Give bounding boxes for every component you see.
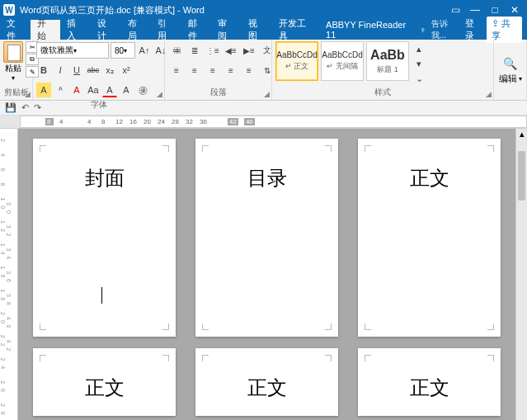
align-center-button[interactable]: ≡ xyxy=(186,63,203,78)
multilevel-button[interactable]: ⋮≡ xyxy=(205,43,221,58)
circle-char-button[interactable]: ㊝ xyxy=(135,83,150,97)
strikethrough-button[interactable]: abc xyxy=(86,63,101,78)
lightbulb-icon: ♀ xyxy=(420,25,426,35)
font-family-select[interactable]: 微软雅黑 ▾ xyxy=(36,42,109,59)
ribbon: 粘贴 ▾ ✂ ⧉ ✎ 剪贴板 ◢ 微软雅黑 ▾ 80 ▾ A↑ A↓ ᴀͫ B … xyxy=(0,40,527,101)
tab-abbyy[interactable]: ABBYY FineReader 11 xyxy=(319,20,419,40)
ribbon-options-button[interactable]: ▭ xyxy=(446,2,464,17)
tab-references[interactable]: 引用 xyxy=(151,20,181,40)
justify-button[interactable]: ≡ xyxy=(223,63,239,78)
distribute-button[interactable]: ≡ xyxy=(241,63,257,78)
pages-viewport[interactable]: 封面 目录 正文 正文 正文 正文 xyxy=(18,129,515,420)
group-label: 样式 xyxy=(275,87,490,100)
horizontal-ruler[interactable]: 8 4 4 8 12 16 20 24 28 32 36 42 46 xyxy=(0,116,527,129)
tab-design[interactable]: 设计 xyxy=(91,20,121,40)
page-content: 正文 xyxy=(410,375,449,401)
styles-expand[interactable]: ⌄ xyxy=(412,71,426,86)
highlight-button[interactable]: A xyxy=(69,83,84,97)
page-content: 封面 xyxy=(85,165,125,191)
tellme-search[interactable]: 告诉我... xyxy=(431,18,460,41)
tab-view[interactable]: 视图 xyxy=(242,20,272,40)
page-content: 正文 xyxy=(85,375,125,401)
increase-indent-button[interactable]: ▶≡ xyxy=(241,43,257,58)
font-size-select[interactable]: 80 ▾ xyxy=(111,42,135,59)
page-content: 正文 xyxy=(247,375,287,401)
document-area: 2 4 6 8 10 12 14 16 18 20 22 24 26 28 30… xyxy=(0,129,527,420)
page-4[interactable]: 正文 xyxy=(33,348,176,416)
style-normal[interactable]: AaBbCcDd ↵ 正文 xyxy=(275,41,318,81)
page-5[interactable]: 正文 xyxy=(195,348,338,416)
grow-font-button[interactable]: A↑ xyxy=(137,43,152,58)
document-title: Word页码从第三页开始.doc [兼容模式] - Word xyxy=(20,4,205,17)
word-icon: W xyxy=(3,4,15,16)
group-editing: 🔍 编辑▾ xyxy=(494,40,527,100)
minimize-button[interactable]: — xyxy=(466,2,484,17)
editing-button[interactable]: 编辑▾ xyxy=(499,73,522,85)
style-heading1[interactable]: AaBb 标题 1 xyxy=(366,41,409,81)
styles-scroll-up[interactable]: ▴ xyxy=(412,41,426,56)
undo-button[interactable]: ↶ xyxy=(21,102,29,113)
group-label: 字体 xyxy=(36,99,161,112)
decrease-indent-button[interactable]: ◀≡ xyxy=(223,43,239,58)
tab-bar: 文件 开始 插入 设计 布局 引用 邮件 审阅 视图 开发工具 ABBYY Fi… xyxy=(0,20,527,40)
tab-home[interactable]: 开始 xyxy=(31,20,61,40)
numbering-button[interactable]: ≣ xyxy=(186,43,203,58)
paste-button[interactable]: 粘贴 ▾ xyxy=(3,41,23,82)
page-3[interactable]: 正文 xyxy=(358,139,501,337)
dialog-launcher-icon[interactable]: ◢ xyxy=(486,90,492,98)
tab-developer[interactable]: 开发工具 xyxy=(272,20,319,40)
text-cursor xyxy=(101,287,102,304)
dialog-launcher-icon[interactable]: ◢ xyxy=(157,90,162,98)
char-border-button[interactable]: A xyxy=(119,83,134,97)
chevron-down-icon: ▾ xyxy=(12,74,15,82)
vertical-ruler[interactable]: 2 4 6 8 10 12 14 16 18 20 22 24 26 28 30… xyxy=(0,129,18,420)
page-6[interactable]: 正文 xyxy=(358,348,501,416)
find-icon[interactable]: 🔍 xyxy=(503,57,517,70)
group-styles: AaBbCcDd ↵ 正文 AaBbCcDd ↵ 无间隔 AaBb 标题 1 ▴… xyxy=(272,40,494,100)
tab-file[interactable]: 文件 xyxy=(0,20,31,40)
close-button[interactable]: ✕ xyxy=(506,2,524,17)
change-case-button[interactable]: Aa xyxy=(86,83,101,97)
style-nospacing[interactable]: AaBbCcDd ↵ 无间隔 xyxy=(321,41,364,81)
styles-scroll-down[interactable]: ▾ xyxy=(412,56,426,71)
text-effects-button[interactable]: ᴬ xyxy=(53,83,68,97)
paste-icon xyxy=(3,41,23,63)
page-content: 目录 xyxy=(247,165,287,191)
font-color-button[interactable]: A xyxy=(102,83,117,97)
group-font: 微软雅黑 ▾ 80 ▾ A↑ A↓ ᴀͫ B I U abc x₂ x² A ᴬ… xyxy=(33,40,165,100)
char-shading-button[interactable]: A xyxy=(36,83,51,97)
scrollbar-thumb[interactable] xyxy=(518,151,525,201)
tab-mailings[interactable]: 邮件 xyxy=(181,20,212,40)
maximize-button[interactable]: □ xyxy=(486,2,504,17)
subscript-button[interactable]: x₂ xyxy=(102,63,117,78)
dialog-launcher-icon[interactable]: ◢ xyxy=(25,90,31,98)
superscript-button[interactable]: x² xyxy=(119,63,134,78)
group-paragraph: ≔ ≣ ⋮≡ ◀≡ ▶≡ 文 A↓ ¶ ≡ ≡ ≡ ≡ ≡ ⇅ ▦ ⊞ 段落 ◢ xyxy=(165,40,272,100)
page-2[interactable]: 目录 xyxy=(195,139,338,337)
page-content: 正文 xyxy=(410,165,449,191)
tab-review[interactable]: 审阅 xyxy=(211,20,242,40)
align-right-button[interactable]: ≡ xyxy=(205,63,221,78)
align-left-button[interactable]: ≡ xyxy=(168,63,185,78)
page-1[interactable]: 封面 xyxy=(33,139,176,337)
bullets-button[interactable]: ≔ xyxy=(168,43,185,58)
tab-layout[interactable]: 布局 xyxy=(121,20,152,40)
login-button[interactable]: 登录 xyxy=(465,17,482,42)
tab-insert[interactable]: 插入 xyxy=(60,20,91,40)
underline-button[interactable]: U xyxy=(69,63,84,78)
save-button[interactable]: 💾 xyxy=(5,102,16,113)
group-clipboard: 粘贴 ▾ ✂ ⧉ ✎ 剪贴板 ◢ xyxy=(0,40,33,100)
group-label: 段落 xyxy=(168,87,268,100)
bold-button[interactable]: B xyxy=(36,63,51,78)
italic-button[interactable]: I xyxy=(53,63,68,78)
dialog-launcher-icon[interactable]: ◢ xyxy=(264,90,270,98)
vertical-scrollbar[interactable]: ▴ xyxy=(515,129,527,420)
